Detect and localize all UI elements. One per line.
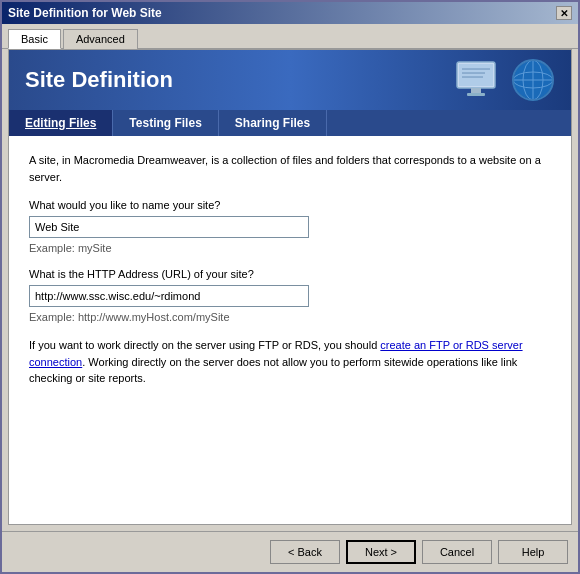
tab-advanced[interactable]: Advanced — [63, 29, 138, 49]
step-testing-files[interactable]: Testing Files — [113, 110, 218, 136]
back-button[interactable]: < Back — [270, 540, 340, 564]
globe-icon — [511, 58, 555, 102]
http-example: Example: http://www.myHost.com/mySite — [29, 311, 551, 323]
site-header-title: Site Definition — [25, 67, 173, 93]
svg-rect-2 — [471, 88, 481, 93]
site-header: Site Definition — [9, 50, 571, 110]
step-sharing-files[interactable]: Sharing Files — [219, 110, 327, 136]
svg-rect-3 — [467, 93, 485, 96]
svg-rect-1 — [459, 64, 493, 86]
close-button[interactable]: ✕ — [556, 6, 572, 20]
steps-bar: Editing Files Testing Files Sharing File… — [9, 110, 571, 136]
help-button[interactable]: Help — [498, 540, 568, 564]
intro-text: A site, in Macromedia Dreamweaver, is a … — [29, 152, 551, 185]
site-name-example: Example: mySite — [29, 242, 551, 254]
step-editing-files[interactable]: Editing Files — [9, 110, 113, 136]
main-window: Site Definition for Web Site ✕ Basic Adv… — [0, 0, 580, 574]
tab-basic[interactable]: Basic — [8, 29, 61, 49]
next-button[interactable]: Next > — [346, 540, 416, 564]
cancel-button[interactable]: Cancel — [422, 540, 492, 564]
window-title: Site Definition for Web Site — [8, 6, 162, 20]
http-label: What is the HTTP Address (URL) of your s… — [29, 268, 551, 280]
title-bar: Site Definition for Web Site ✕ — [2, 2, 578, 24]
form-area: A site, in Macromedia Dreamweaver, is a … — [9, 136, 571, 524]
site-name-input[interactable] — [29, 216, 309, 238]
monitor-icon — [455, 60, 503, 100]
content-area: Site Definition — [8, 49, 572, 525]
tab-bar: Basic Advanced — [2, 24, 578, 49]
ftp-info-prefix: If you want to work directly on the serv… — [29, 339, 380, 351]
ftp-info: If you want to work directly on the serv… — [29, 337, 551, 387]
http-input[interactable] — [29, 285, 309, 307]
button-bar: < Back Next > Cancel Help — [2, 531, 578, 572]
header-icons — [455, 58, 555, 102]
ftp-info-suffix: . Working directly on the server does no… — [29, 356, 517, 385]
site-name-label: What would you like to name your site? — [29, 199, 551, 211]
